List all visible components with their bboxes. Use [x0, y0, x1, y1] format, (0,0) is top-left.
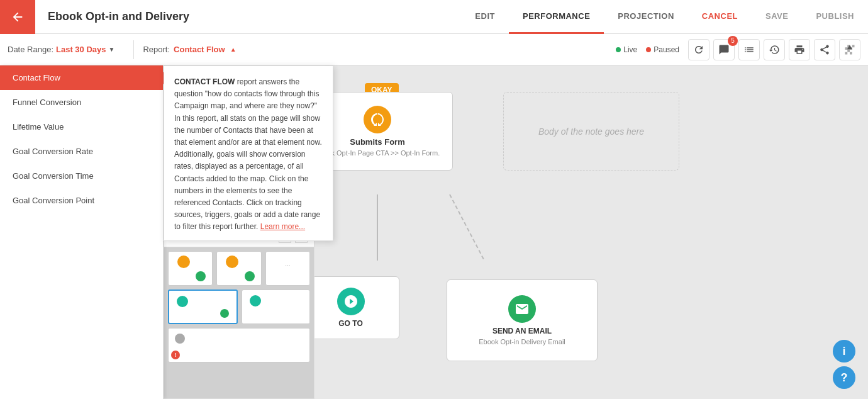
- history-button[interactable]: [764, 39, 785, 60]
- tab-save[interactable]: SAVE: [752, 0, 802, 34]
- info-fab-button[interactable]: i: [833, 340, 855, 362]
- submits-form-title: Submits Form: [350, 137, 404, 147]
- info-panel-title: CONTACT FLOW: [174, 77, 235, 86]
- nav-mini-card-4[interactable]: [168, 289, 238, 324]
- date-range-label: Date Range:: [8, 45, 53, 54]
- help-fab-button[interactable]: ?: [833, 366, 855, 389]
- tab-projection[interactable]: PROJECTION: [604, 0, 688, 34]
- date-range-chevron-icon: ▼: [109, 46, 115, 53]
- report-selector[interactable]: Report: Contact Flow ▲: [143, 45, 236, 54]
- email-title: SEND AN EMAIL: [492, 327, 552, 335]
- info-panel-link[interactable]: Learn more...: [260, 222, 305, 231]
- header-nav: EDIT PERFORMANCE PROJECTION CANCEL SAVE …: [461, 0, 868, 34]
- nav-mini-card-3[interactable]: ···: [265, 251, 310, 286]
- report-chevron-icon: ▲: [230, 46, 236, 53]
- dropdown-item-contact-flow[interactable]: Contact Flow: [0, 65, 163, 90]
- page-title: Ebook Opt-in and Delivery: [35, 10, 461, 23]
- nav-mini-shape-4: [177, 296, 188, 307]
- note-card[interactable]: Body of the note goes here: [503, 92, 679, 171]
- live-dot-icon: [616, 47, 621, 52]
- submits-form-subtitle: Ebook Opt-In Page CTA >> Opt-In Form.: [315, 149, 440, 157]
- notifications-button[interactable]: 5: [713, 39, 735, 60]
- date-range-value: Last 30 Days: [56, 45, 106, 54]
- report-value: Contact Flow: [174, 45, 225, 54]
- goto-icon: [337, 288, 365, 315]
- header: Ebook Opt-in and Delivery EDIT PERFORMAN…: [0, 0, 868, 34]
- notification-badge: 5: [728, 36, 738, 46]
- date-range-control[interactable]: Date Range: Last 30 Days ▼: [8, 45, 114, 54]
- nav-mini-shape-green: [196, 271, 206, 281]
- navigation-panel: NAVIGATION − +: [164, 226, 314, 399]
- email-icon: [508, 295, 536, 323]
- tab-edit[interactable]: EDIT: [461, 0, 509, 34]
- toolbar-separator: [133, 40, 134, 59]
- submits-form-icon: [364, 106, 391, 133]
- nav-mini-shape-6: [250, 295, 261, 306]
- paused-label: Paused: [654, 45, 679, 54]
- live-label: Live: [623, 45, 637, 54]
- print-button[interactable]: [789, 39, 810, 60]
- tab-performance[interactable]: PERFORMANCE: [509, 0, 604, 34]
- tab-publish[interactable]: PUBLISH: [802, 0, 868, 34]
- dropdown-item-goal-conversion-point[interactable]: Goal Conversion Point: [0, 188, 163, 213]
- pin-button[interactable]: [839, 39, 860, 60]
- toolbar: Date Range: Last 30 Days ▼ Report: Conta…: [0, 34, 868, 65]
- nav-mini-shape-orange: [177, 256, 190, 268]
- status-paused: Paused: [646, 45, 679, 54]
- goto-card[interactable]: GO TO: [302, 276, 399, 339]
- nav-mini-card-2[interactable]: [216, 251, 261, 286]
- info-panel-body: report answers the question "how do cont…: [174, 77, 322, 231]
- dropdown-item-goal-conversion-rate[interactable]: Goal Conversion Rate: [0, 139, 163, 164]
- dropdown-item-funnel-conversion[interactable]: Funnel Conversion: [0, 90, 163, 115]
- nav-mini-shape-5: [220, 309, 229, 318]
- info-panel: CONTACT FLOW report answers the question…: [164, 65, 333, 241]
- note-text: Body of the note goes here: [538, 126, 644, 137]
- nav-mini-card-1[interactable]: [168, 251, 213, 286]
- share-button[interactable]: [814, 39, 835, 60]
- toolbar-right: Live Paused 5: [616, 39, 860, 60]
- paused-dot-icon: [646, 47, 651, 52]
- email-subtitle: Ebook Opt-in Delivery Email: [479, 338, 565, 346]
- svg-line-1: [450, 194, 484, 261]
- back-button[interactable]: [0, 0, 35, 34]
- nav-mini-shape-3: [245, 271, 255, 281]
- nav-mini-row-2: [168, 289, 310, 324]
- dropdown-item-lifetime-value[interactable]: Lifetime Value: [0, 115, 163, 139]
- main-area: Contact Flow Funnel Conversion Lifetime …: [0, 65, 868, 399]
- refresh-button[interactable]: [688, 39, 709, 60]
- report-label: Report:: [143, 45, 170, 54]
- goto-label: GO TO: [338, 319, 362, 328]
- tab-cancel[interactable]: CANCEL: [688, 0, 752, 34]
- email-card[interactable]: SEND AN EMAIL Ebook Opt-in Delivery Emai…: [447, 279, 598, 361]
- list-view-button[interactable]: [738, 39, 760, 60]
- nav-mini-card-6[interactable]: !: [168, 328, 310, 362]
- report-dropdown-menu: Contact Flow Funnel Conversion Lifetime …: [0, 65, 164, 399]
- nav-mini-row-3: !: [168, 328, 310, 362]
- dropdown-item-goal-conversion-time[interactable]: Goal Conversion Time: [0, 164, 163, 188]
- nav-mini-card-5[interactable]: [242, 289, 310, 324]
- nav-mini-shape-7: [175, 334, 185, 344]
- nav-mini-error-icon: !: [171, 351, 180, 359]
- nav-mini-row-1: ···: [168, 251, 310, 286]
- nav-panel-content: ··· !: [164, 247, 314, 398]
- status-live: Live: [616, 45, 637, 54]
- nav-mini-shape-2: [226, 256, 238, 268]
- nav-mini-text: ···: [266, 259, 309, 271]
